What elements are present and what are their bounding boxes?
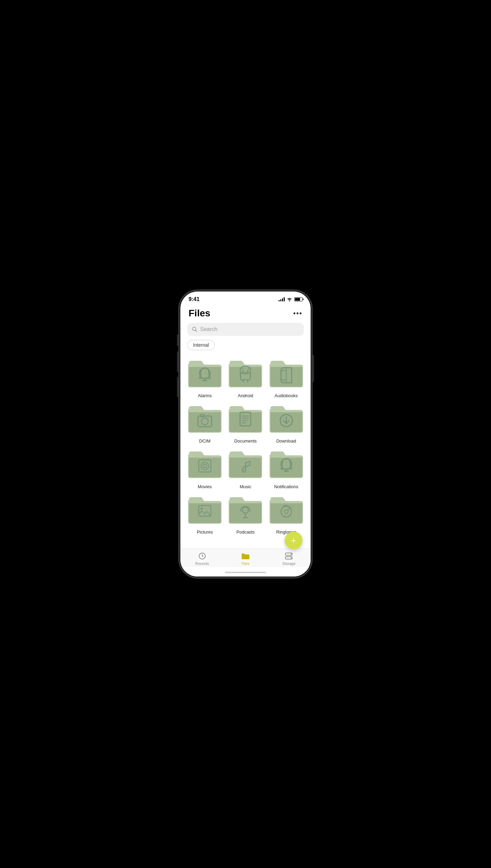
internal-filter-button[interactable]: Internal <box>187 340 215 350</box>
search-icon <box>192 327 197 332</box>
folder-item-audiobooks[interactable]: Audiobooks <box>267 356 305 398</box>
folder-icon-movies <box>186 446 224 482</box>
folder-icon-ringtones <box>267 492 305 527</box>
folder-item-notifications[interactable]: Notifications <box>267 446 305 489</box>
folder-label-music: Music <box>240 484 251 489</box>
folder-label-documents: Documents <box>234 438 257 444</box>
folder-item-movies[interactable]: Movies <box>186 446 224 489</box>
folder-item-download[interactable]: Download <box>267 401 305 444</box>
app-header: Files ••• <box>180 304 311 321</box>
folder-label-pictures: Pictures <box>197 529 213 535</box>
folder-icon-notifications <box>267 446 305 482</box>
nav-label-storage: Storage <box>282 562 296 566</box>
battery-icon <box>294 297 302 301</box>
folder-item-documents[interactable]: Documents <box>226 401 264 444</box>
page-title: Files <box>189 308 210 319</box>
nav-label-recents: Recents <box>195 562 209 566</box>
folder-label-movies: Movies <box>198 484 212 489</box>
filter-row: Internal <box>180 340 311 356</box>
recents-icon <box>197 551 207 561</box>
home-indicator-bar <box>225 572 266 573</box>
folder-item-podcasts[interactable]: Podcasts <box>226 492 264 535</box>
svg-point-11 <box>247 371 248 372</box>
svg-point-39 <box>291 554 292 555</box>
wifi-icon <box>287 297 292 301</box>
search-container: Search <box>180 321 311 340</box>
folder-label-alarms: Alarms <box>198 393 211 398</box>
folder-label-dcim: DCIM <box>199 438 210 444</box>
add-button[interactable]: + <box>285 532 302 549</box>
svg-point-40 <box>291 557 292 558</box>
folder-icon-audiobooks <box>267 356 305 391</box>
folder-item-android[interactable]: Android <box>226 356 264 398</box>
svg-point-30 <box>200 507 203 510</box>
folder-label-audiobooks: Audiobooks <box>274 393 298 398</box>
search-bar[interactable]: Search <box>187 323 304 336</box>
folder-item-ringtones[interactable]: Ringtones <box>267 492 305 535</box>
nav-label-files: Files <box>241 562 249 566</box>
folder-icon-android <box>226 356 264 391</box>
folder-icon-music <box>226 446 264 482</box>
files-icon <box>241 551 250 561</box>
folder-item-alarms[interactable]: Alarms <box>186 356 224 398</box>
folder-icon-podcasts <box>226 492 264 527</box>
more-menu-button[interactable]: ••• <box>293 310 302 317</box>
folder-icon-pictures <box>186 492 224 527</box>
svg-point-10 <box>242 371 244 372</box>
status-icons <box>279 297 302 301</box>
folder-icon-alarms <box>186 356 224 391</box>
status-time: 9:41 <box>189 296 199 302</box>
status-bar: 9:41 <box>180 291 311 304</box>
folder-label-notifications: Notifications <box>274 484 298 489</box>
signal-icon <box>279 297 285 301</box>
folder-icon-documents <box>226 401 264 436</box>
folder-label-download: Download <box>276 438 296 444</box>
folder-item-pictures[interactable]: Pictures <box>186 492 224 535</box>
search-placeholder: Search <box>200 326 218 332</box>
home-indicator <box>180 567 311 577</box>
folder-grid: Alarms <box>180 356 311 548</box>
folder-label-android: Android <box>238 393 253 398</box>
nav-item-recents[interactable]: Recents <box>180 551 224 566</box>
folder-item-music[interactable]: Music <box>226 446 264 489</box>
nav-item-files[interactable]: Files <box>224 551 267 566</box>
bottom-nav: Recents Files <box>180 548 311 567</box>
nav-item-storage[interactable]: Storage <box>267 551 311 566</box>
folder-label-podcasts: Podcasts <box>236 529 254 535</box>
folder-item-dcim[interactable]: DCIM <box>186 401 224 444</box>
folder-icon-dcim <box>186 401 224 436</box>
folder-icon-download <box>267 401 305 436</box>
storage-icon <box>284 551 294 561</box>
